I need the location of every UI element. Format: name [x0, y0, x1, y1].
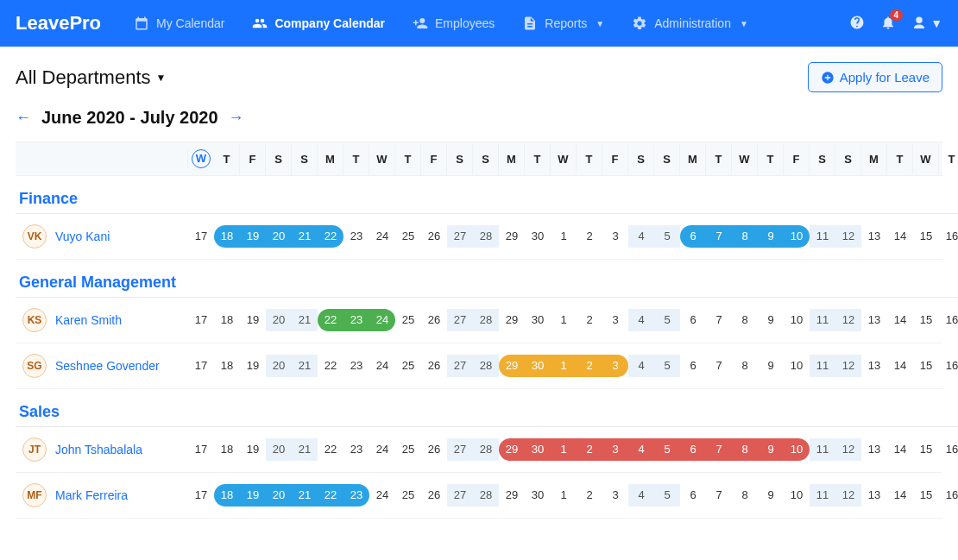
day-cell[interactable]: 27 [447, 309, 473, 331]
day-cell[interactable]: 21 [292, 484, 318, 507]
day-cell[interactable]: 15 [913, 438, 939, 461]
day-cell[interactable]: 7 [706, 355, 732, 377]
day-cell[interactable]: 27 [447, 484, 473, 507]
day-cell[interactable]: 12 [835, 484, 861, 507]
day-cell[interactable]: 22 [318, 225, 343, 248]
day-cell[interactable]: 9 [758, 225, 784, 248]
day-cell[interactable]: 9 [758, 355, 784, 377]
day-cell[interactable]: 27 [447, 438, 473, 461]
day-cell[interactable]: 13 [861, 225, 887, 248]
day-cell[interactable]: 3 [602, 309, 628, 331]
day-cell[interactable]: 20 [266, 309, 292, 331]
day-cell[interactable]: 7 [706, 309, 732, 331]
day-cell[interactable]: 17 [188, 309, 214, 331]
day-cell[interactable]: 6 [680, 438, 706, 461]
day-cell[interactable]: 1 [551, 484, 577, 507]
apply-for-leave-button[interactable]: Apply for Leave [808, 62, 942, 92]
day-cell[interactable]: 2 [577, 438, 602, 461]
day-cell[interactable]: 23 [343, 309, 369, 331]
day-cell[interactable]: 10 [784, 225, 810, 248]
day-cell[interactable]: 3 [602, 484, 628, 507]
day-cell[interactable]: 12 [835, 438, 861, 461]
day-cell[interactable]: 13 [861, 309, 887, 331]
day-cell[interactable]: 16 [939, 438, 958, 461]
day-cell[interactable]: 16 [939, 225, 958, 248]
day-cell[interactable]: 9 [758, 484, 784, 507]
day-cell[interactable]: 10 [784, 438, 810, 461]
day-cell[interactable]: 23 [343, 484, 369, 507]
nav-item-my-calendar[interactable]: My Calendar [122, 9, 236, 38]
nav-item-employees[interactable]: Employees [400, 9, 507, 38]
day-cell[interactable]: 2 [577, 309, 602, 331]
day-cell[interactable]: 17 [188, 438, 214, 461]
day-cell[interactable]: 4 [628, 225, 654, 248]
day-cell[interactable]: 16 [939, 484, 958, 507]
day-cell[interactable]: 24 [369, 438, 395, 461]
day-cell[interactable]: 10 [784, 355, 810, 377]
day-cell[interactable]: 15 [913, 355, 939, 377]
day-cell[interactable]: 30 [525, 309, 551, 331]
day-cell[interactable]: 26 [421, 438, 447, 461]
day-cell[interactable]: 25 [395, 438, 421, 461]
day-cell[interactable]: 30 [525, 225, 551, 248]
day-cell[interactable]: 23 [343, 225, 369, 248]
day-cell[interactable]: 7 [706, 225, 732, 248]
next-period-button[interactable]: → [229, 109, 244, 127]
day-cell[interactable]: 8 [732, 225, 758, 248]
day-cell[interactable]: 9 [758, 309, 784, 331]
day-cell[interactable]: 19 [240, 225, 266, 248]
day-cell[interactable]: 26 [421, 225, 447, 248]
day-cell[interactable]: 26 [421, 484, 447, 507]
day-cell[interactable]: 20 [266, 484, 292, 507]
day-cell[interactable]: 6 [680, 355, 706, 377]
day-cell[interactable]: 29 [499, 309, 525, 331]
notifications-icon[interactable]: 4 [880, 15, 896, 33]
day-cell[interactable]: 15 [913, 309, 939, 331]
day-cell[interactable]: 29 [499, 355, 525, 377]
nav-item-company-calendar[interactable]: Company Calendar [240, 9, 397, 38]
day-cell[interactable]: 5 [654, 309, 680, 331]
day-cell[interactable]: 27 [447, 225, 473, 248]
day-cell[interactable]: 14 [887, 309, 913, 331]
day-cell[interactable]: 8 [732, 438, 758, 461]
day-cell[interactable]: 7 [706, 484, 732, 507]
day-cell[interactable]: 25 [395, 355, 421, 377]
help-icon[interactable] [849, 15, 865, 33]
day-cell[interactable]: 5 [654, 438, 680, 461]
day-cell[interactable]: 6 [680, 484, 706, 507]
day-cell[interactable]: 16 [939, 309, 958, 331]
day-cell[interactable]: 12 [835, 225, 861, 248]
day-cell[interactable]: 18 [214, 355, 240, 377]
day-cell[interactable]: 2 [577, 225, 602, 248]
day-cell[interactable]: 21 [292, 438, 318, 461]
day-cell[interactable]: 5 [654, 225, 680, 248]
day-cell[interactable]: 26 [421, 355, 447, 377]
day-cell[interactable]: 24 [369, 484, 395, 507]
day-cell[interactable]: 28 [473, 438, 499, 461]
nav-item-reports[interactable]: Reports ▼ [510, 9, 616, 38]
day-cell[interactable]: 11 [810, 309, 835, 331]
day-cell[interactable]: 30 [525, 484, 551, 507]
day-cell[interactable]: 13 [861, 484, 887, 507]
day-cell[interactable]: 18 [214, 484, 240, 507]
department-filter-dropdown[interactable]: All Departments ▼ [16, 66, 166, 89]
day-cell[interactable]: 14 [887, 484, 913, 507]
day-cell[interactable]: 11 [810, 225, 835, 248]
day-cell[interactable]: 8 [732, 484, 758, 507]
day-cell[interactable]: 28 [473, 225, 499, 248]
employee-name-link[interactable]: John Tshabalala [55, 443, 142, 456]
employee-name-link[interactable]: Seshnee Govender [55, 359, 160, 373]
day-cell[interactable]: 14 [887, 225, 913, 248]
day-cell[interactable]: 21 [292, 355, 318, 377]
day-cell[interactable]: 4 [628, 309, 654, 331]
day-cell[interactable]: 15 [913, 484, 939, 507]
day-cell[interactable]: 19 [240, 309, 266, 331]
day-cell[interactable]: 11 [810, 438, 835, 461]
day-cell[interactable]: 23 [343, 355, 369, 377]
day-cell[interactable]: 17 [188, 484, 214, 507]
day-cell[interactable]: 4 [628, 355, 654, 377]
day-cell[interactable]: 22 [318, 355, 343, 377]
user-menu-icon[interactable]: ▼ [911, 16, 942, 31]
day-cell[interactable]: 20 [266, 225, 292, 248]
day-cell[interactable]: 19 [240, 438, 266, 461]
